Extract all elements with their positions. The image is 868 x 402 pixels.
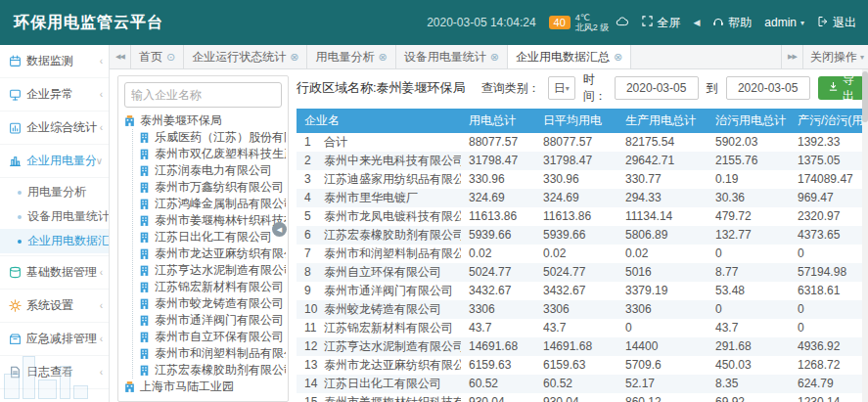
company-name-cell: 2泰州中来光电科技有限公司	[297, 152, 461, 170]
tree-company-item[interactable]: 江苏日出化工有限公司	[138, 229, 286, 246]
date-to-input[interactable]	[726, 76, 810, 100]
value-cell: 174089.47	[790, 170, 868, 189]
table-row[interactable]: 3江苏迪盛家用纺织品有限公司330.96330.96330.770.191740…	[297, 170, 868, 189]
tab-3[interactable]: 设备用电量统计⊗	[396, 45, 508, 68]
row-index: 4	[304, 189, 324, 207]
chevron-left-icon: ‹	[100, 267, 103, 278]
table-row[interactable]: 6江苏宏泰橡胶助剂有限公司5939.665939.665806.89132.77…	[297, 226, 868, 245]
sidebar-item-0[interactable]: 数据监测‹	[0, 45, 109, 78]
user-menu[interactable]: admin ▾	[764, 16, 804, 29]
tree-root-item[interactable]: 泰州姜堰环保局	[123, 112, 286, 129]
tree-company-item[interactable]: 江苏亨达水泥制造有限公司	[138, 262, 286, 279]
value-cell: 330.96	[535, 170, 617, 189]
sidebar-item-1[interactable]: 企业异常‹	[0, 78, 109, 112]
sidebar-subitem[interactable]: 企业用电数据汇总	[0, 229, 109, 253]
tab-close-icon[interactable]: ⊗	[490, 51, 499, 64]
table-row[interactable]: 8泰州自立环保有限公司5024.775024.7750168.7757194.9…	[297, 263, 868, 282]
help-button[interactable]: 帮助	[712, 15, 752, 31]
sidebar-item-4[interactable]: 基础数据管理‹	[0, 256, 109, 290]
bar-chart-icon	[9, 155, 22, 167]
tab-0[interactable]: 首页⊙	[131, 45, 184, 68]
row-index: 2	[304, 152, 324, 170]
tree-company-item[interactable]: 江苏宏泰橡胶助剂有限公司	[138, 362, 286, 379]
value-cell: 0.02	[461, 245, 535, 263]
report-panel: 行政区域名称:泰州姜堰环保局 查询类别： 日 ▾ 时间： 到	[297, 75, 868, 402]
value-cell: 930.04	[461, 393, 535, 402]
table-row[interactable]: 4泰州市里华电镀厂324.69324.69294.3330.36969.47	[297, 189, 868, 207]
tree-company-item[interactable]: 乐威医药（江苏）股份有限公司	[138, 129, 286, 146]
help-label: 帮助	[728, 15, 752, 31]
value-cell: 860.12	[617, 393, 708, 402]
tree-company-item[interactable]: 泰州市通洋阀门有限公司	[138, 312, 286, 329]
row-index: 14	[304, 375, 324, 393]
table-row[interactable]: 7泰州市和润塑料制品有限公司0.020.020.0200	[297, 245, 868, 263]
table-row[interactable]: 10泰州蛟龙铸造有限公司33063306330600	[297, 300, 868, 319]
header-collapse-arrow-icon[interactable]: ◀	[693, 18, 700, 27]
table-row[interactable]: 14江苏日出化工有限公司60.5260.5252.178.35624.79	[297, 375, 868, 393]
tab-close-icon[interactable]: ⊗	[614, 51, 622, 64]
tree-company-item[interactable]: 泰州市双亿废塑料科技生产有限公司	[138, 146, 286, 162]
tabs-scroll-left-icon[interactable]: ◀◀	[110, 45, 131, 68]
tab-4[interactable]: 企业用电数据汇总⊗	[508, 45, 631, 68]
bullet-icon	[18, 191, 22, 195]
tree-company-item[interactable]: 泰州市龙达亚麻纺织有限公司	[138, 246, 286, 262]
sidebar-subitem[interactable]: 设备用电量统计	[0, 204, 109, 229]
tab-2[interactable]: 用电量分析⊗	[307, 45, 395, 68]
tree-company-item[interactable]: 泰州市自立环保有限公司	[138, 329, 286, 345]
fullscreen-icon	[642, 16, 653, 29]
tree-company-label: 泰州市自立环保有限公司	[155, 329, 284, 345]
tree-company-item[interactable]: 江苏润泰电力有限公司	[138, 162, 286, 179]
tree-company-label: 江苏宏泰橡胶助剂有限公司	[155, 362, 286, 379]
table-row[interactable]: 11江苏锦宏新材料有限公司43.743.7043.70	[297, 319, 868, 337]
row-index: 5	[304, 207, 324, 226]
tree-company-item[interactable]: 江苏锦宏新材料有限公司	[138, 279, 286, 295]
tab-1[interactable]: 企业运行状态统计⊗	[184, 45, 307, 68]
value-cell: 31798.47	[535, 152, 617, 170]
box-icon	[9, 333, 22, 345]
table-row[interactable]: 9泰州市通洋阀门有限公司3432.673432.673379.1953.4863…	[297, 282, 868, 300]
table-row[interactable]: 5泰州市龙凤电镀科技有限公司11613.8611613.8611134.1447…	[297, 207, 868, 226]
chevron-left-icon: ‹	[100, 89, 103, 100]
tree-company-item[interactable]: 泰州市和润塑料制品有限公司	[138, 345, 286, 362]
tree-company-item[interactable]: 泰州市姜堰梅林针织科技有限公司	[138, 212, 286, 229]
tree-company-label: 江苏锦宏新材料有限公司	[155, 279, 284, 295]
chevron-left-icon: ‹	[100, 367, 103, 378]
category-label: 查询类别：	[481, 80, 540, 97]
tree-root-item[interactable]: 上海市马陆工业园	[123, 379, 286, 395]
tab-label: 企业运行状态统计	[192, 49, 286, 66]
export-button[interactable]: 导出	[818, 76, 864, 100]
value-cell: 1375.05	[790, 152, 868, 170]
sidebar-subitem[interactable]: 用电量分析	[0, 180, 109, 204]
sidebar-item-3[interactable]: 企业用电量分析∨	[0, 145, 109, 178]
table-row[interactable]: 1合计88077.5788077.5782175.545902.031392.3…	[297, 133, 868, 152]
vertical-scrollbar[interactable]	[862, 69, 868, 402]
tabs-scroll-right-icon[interactable]: ▶▶	[781, 45, 802, 68]
tree-company-item[interactable]: 泰州市蛟龙铸造有限公司	[138, 295, 286, 312]
date-from-input[interactable]	[615, 76, 699, 100]
category-select[interactable]: 日 ▾	[548, 76, 575, 100]
table-row[interactable]: 13泰州市龙达亚麻纺织有限公司6159.636159.635709.6450.0…	[297, 356, 868, 375]
tree-company-item[interactable]: 泰州市万鑫纺织有限公司	[138, 179, 286, 196]
sidebar-item-6[interactable]: 应急减排管理‹	[0, 323, 109, 356]
scrollbar-thumb[interactable]	[862, 71, 868, 122]
sidebar-item-label: 企业异常	[26, 86, 100, 103]
tree-company-item[interactable]: 江苏鸿峰金属制品有限公司	[138, 196, 286, 212]
tab-close-icon[interactable]: ⊗	[290, 51, 298, 64]
sidebar-item-2[interactable]: 企业综合统计‹	[0, 112, 109, 145]
close-operations-button[interactable]: 关闭操作 ▾	[802, 45, 868, 68]
company-search-input[interactable]	[131, 88, 275, 102]
company-name-cell: 14江苏日出化工有限公司	[297, 375, 461, 393]
company-icon	[138, 364, 151, 377]
sidebar-item-7[interactable]: 日志查看‹	[0, 356, 109, 389]
company-icon	[138, 148, 151, 160]
tab-close-icon[interactable]: ⊗	[378, 51, 387, 64]
table-row[interactable]: 12江苏亨达水泥制造有限公司14691.6814691.6814400291.6…	[297, 337, 868, 356]
value-cell: 0	[790, 319, 868, 337]
value-cell: 294.33	[617, 189, 708, 207]
fullscreen-button[interactable]: 全屏	[642, 15, 680, 31]
sidebar-item-5[interactable]: 系统设置‹	[0, 290, 109, 323]
table-row[interactable]: 2泰州中来光电科技有限公司31798.4731798.4729642.71215…	[297, 152, 868, 170]
table-row[interactable]: 15泰州市姜堰梅林针织科技有限公司930.04930.04860.1269.92…	[297, 393, 868, 402]
logout-button[interactable]: 退出	[817, 15, 856, 31]
tree-company-label: 泰州市姜堰梅林针织科技有限公司	[155, 212, 286, 229]
